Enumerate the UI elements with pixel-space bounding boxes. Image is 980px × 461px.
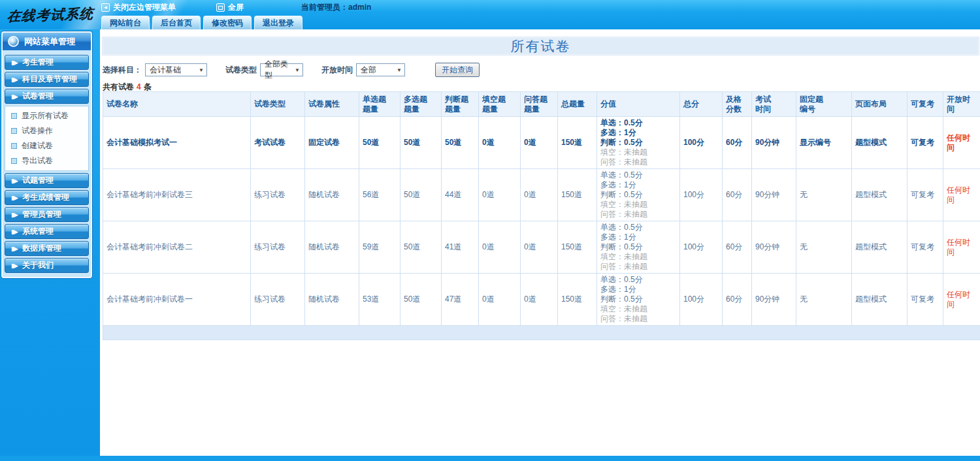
cell-qa: 0道 bbox=[521, 117, 558, 169]
start-query-button[interactable]: 开始查询 bbox=[435, 63, 480, 77]
open-time-select-value: 全部 bbox=[361, 65, 376, 76]
cell-judge: 47道 bbox=[442, 274, 479, 326]
cell-fixed-no: 显示编号 bbox=[796, 117, 852, 169]
nav-tab[interactable]: 后台首页 bbox=[152, 16, 201, 29]
cell-name: 会计基础考前冲刺试卷一 bbox=[103, 274, 251, 326]
score-line: 判断：0.5分 bbox=[600, 242, 677, 252]
column-header: 页面布局 bbox=[852, 92, 907, 117]
pause-play-icon: ▮▶ bbox=[11, 246, 18, 252]
paper-type-label: 试卷类型 bbox=[225, 65, 257, 76]
left-rail: 网站菜单管理 ▮▶考生管理▮▶科目及章节管理▮▶试卷管理 显示所有试卷试卷操作创… bbox=[0, 29, 100, 461]
menu-sphere-icon bbox=[8, 36, 19, 47]
filter-bar: 选择科目： 会计基础 ▼ 试卷类型 全部类型 ▼ 开放时间 全部 ▼ 开始查询 bbox=[103, 63, 480, 77]
column-header: 开放时间 bbox=[943, 92, 980, 117]
cell-judge: 50道 bbox=[442, 117, 479, 169]
cell-pass-score: 60分 bbox=[723, 117, 752, 169]
cell-time: 90分钟 bbox=[752, 274, 796, 326]
table-row: 会计基础考前冲刺试卷三练习试卷随机试卷56道50道44道0道0道150道单选：0… bbox=[103, 169, 980, 221]
sidebar-button[interactable]: ▮▶试卷管理 bbox=[5, 89, 89, 104]
pause-play-icon: ▮▶ bbox=[11, 262, 18, 269]
sidebar-gap bbox=[3, 50, 91, 55]
fullscreen-icon bbox=[216, 3, 225, 12]
sidebar-button-label: 系统管理 bbox=[22, 226, 54, 237]
cell-multi: 50道 bbox=[400, 274, 442, 326]
paper-type-select[interactable]: 全部类型 ▼ bbox=[260, 63, 303, 76]
sidebar-submenu: 显示所有试卷试卷操作创建试卷导出试卷 bbox=[5, 106, 89, 171]
cell-qa: 0道 bbox=[521, 221, 558, 274]
sidebar-button[interactable]: ▮▶科目及章节管理 bbox=[5, 72, 89, 87]
cell-total-q: 150道 bbox=[558, 117, 597, 169]
score-line: 多选：1分 bbox=[600, 180, 677, 190]
sidebar-button[interactable]: ▮▶系统管理 bbox=[5, 224, 89, 239]
cell-retake: 可复考 bbox=[907, 274, 943, 326]
cell-attr: 随机试卷 bbox=[305, 221, 359, 274]
nav-tabs: 网站前台后台首页修改密码退出登录 bbox=[101, 16, 302, 29]
cell-time: 90分钟 bbox=[752, 169, 796, 221]
sidebar-button[interactable]: ▮▶关于我们 bbox=[5, 258, 89, 273]
cell-open-time: 任何时间 bbox=[943, 274, 980, 326]
cell-name: 会计基础考前冲刺试卷二 bbox=[103, 221, 251, 274]
cell-attr: 随机试卷 bbox=[305, 169, 359, 221]
app-title: 在线考试系统 bbox=[6, 4, 93, 25]
score-line: 问答：未抽题 bbox=[600, 157, 677, 167]
sidebar-subitem-label: 创建试卷 bbox=[22, 140, 53, 151]
score-line: 填空：未抽题 bbox=[600, 148, 677, 157]
sidebar-button-label: 考生管理 bbox=[22, 57, 54, 68]
sidebar-subitem[interactable]: 导出试卷 bbox=[5, 153, 88, 168]
sidebar-button[interactable]: ▮▶考生成绩管理 bbox=[5, 190, 89, 205]
sidebar-button[interactable]: ▮▶管理员管理 bbox=[5, 207, 89, 222]
sidebar-subitem-label: 试卷操作 bbox=[22, 125, 53, 136]
cell-scores: 单选：0.5分多选：1分判断：0.5分填空：未抽题问答：未抽题 bbox=[597, 221, 680, 274]
chevron-down-icon: ▼ bbox=[397, 67, 402, 73]
sidebar-button[interactable]: ▮▶数据库管理 bbox=[5, 241, 89, 256]
sidebar-subitem[interactable]: 显示所有试卷 bbox=[5, 108, 88, 123]
table-footer-cell bbox=[103, 326, 980, 340]
close-left-menu-button[interactable]: ◄ 关闭左边管理菜单 bbox=[101, 2, 176, 13]
cell-retake: 可复考 bbox=[907, 221, 943, 274]
sidebar-button[interactable]: ▮▶考生管理 bbox=[5, 55, 89, 70]
column-header: 单选题 题量 bbox=[359, 92, 400, 117]
cell-attr: 固定试卷 bbox=[305, 117, 359, 169]
sidebar-subitem[interactable]: 试卷操作 bbox=[5, 123, 88, 138]
sidebar-button[interactable]: ▮▶试题管理 bbox=[5, 173, 89, 188]
column-header: 分值 bbox=[597, 92, 680, 117]
nav-tab[interactable]: 修改密码 bbox=[203, 16, 252, 29]
subject-select[interactable]: 会计基础 ▼ bbox=[145, 63, 207, 76]
nav-tab[interactable]: 网站前台 bbox=[101, 16, 150, 29]
sidebar-button-label: 考生成绩管理 bbox=[22, 192, 69, 203]
score-line: 单选：0.5分 bbox=[600, 275, 677, 285]
sidebar-subitem[interactable]: 创建试卷 bbox=[5, 138, 88, 153]
score-line: 填空：未抽题 bbox=[600, 252, 677, 262]
score-line: 单选：0.5分 bbox=[600, 118, 677, 128]
fullscreen-button[interactable]: 全屏 bbox=[216, 2, 244, 13]
nav-tab[interactable]: 退出登录 bbox=[254, 16, 302, 29]
cell-type: 考试试卷 bbox=[251, 117, 305, 169]
papers-table: 试卷名称试卷类型试卷属性单选题 题量多选题 题量判断题 题量填空题 题量问答题 … bbox=[103, 91, 980, 340]
cell-time: 90分钟 bbox=[752, 221, 796, 274]
top-strip: ◄ 关闭左边管理菜单 全屏 当前管理员：admin bbox=[100, 0, 980, 14]
score-line: 填空：未抽题 bbox=[600, 200, 677, 210]
score-line: 多选：1分 bbox=[600, 128, 677, 138]
fullscreen-label: 全屏 bbox=[228, 2, 244, 13]
chevron-down-icon: ▼ bbox=[295, 67, 300, 73]
pause-play-icon: ▮▶ bbox=[11, 76, 18, 83]
cell-single: 56道 bbox=[359, 169, 400, 221]
cell-retake: 可复考 bbox=[907, 117, 943, 169]
sidebar-subitem-label: 导出试卷 bbox=[22, 155, 53, 167]
pause-play-icon: ▮▶ bbox=[11, 178, 18, 184]
sidebar-button-label: 管理员管理 bbox=[22, 209, 61, 220]
papers-table-body: 会计基础模拟考试一考试试卷固定试卷50道50道50道0道0道150道单选：0.5… bbox=[103, 117, 980, 340]
pause-play-icon: ▮▶ bbox=[11, 59, 18, 66]
cell-fixed-no: 无 bbox=[796, 169, 852, 221]
score-line: 判断：0.5分 bbox=[600, 294, 677, 304]
cell-open-time: 任何时间 bbox=[943, 169, 980, 221]
column-header: 及格 分数 bbox=[723, 92, 752, 117]
cell-type: 练习试卷 bbox=[251, 169, 305, 221]
open-time-select[interactable]: 全部 ▼ bbox=[356, 63, 405, 76]
cell-time: 90分钟 bbox=[752, 117, 796, 169]
table-footer-row bbox=[103, 326, 980, 340]
cell-qa: 0道 bbox=[521, 169, 558, 221]
paper-count-suffix: 条 bbox=[144, 82, 152, 91]
column-header: 可复考 bbox=[907, 92, 943, 117]
score-line: 问答：未抽题 bbox=[600, 262, 677, 272]
